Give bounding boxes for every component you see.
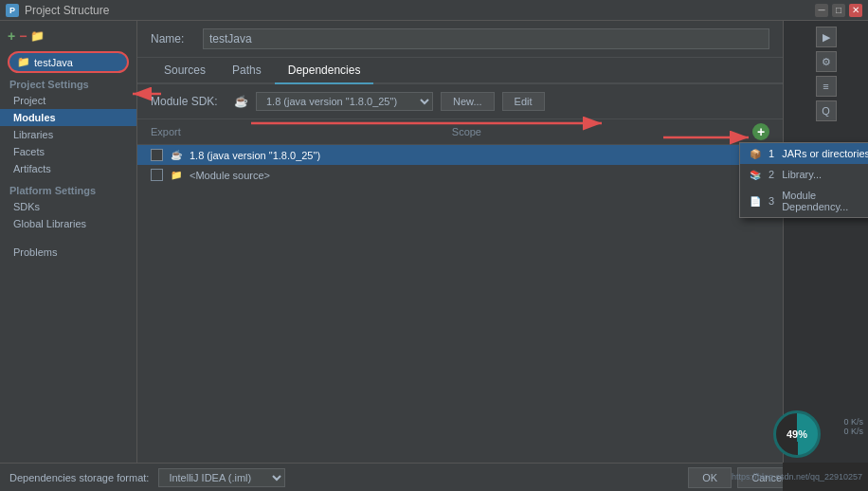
popup-jars-label: 1 [769,148,774,159]
sidebar-item-modules[interactable]: Modules [0,109,136,126]
sidebar: + − 📁 📁 testJava Project Settings Projec… [0,21,137,463]
maximize-button[interactable]: □ [832,4,845,17]
storage-format-label: Dependencies storage format: [9,472,149,483]
popup-library-label: Library... [782,169,822,180]
platform-settings-label: Platform Settings [0,181,136,198]
artifacts-label: Artifacts [13,163,51,174]
global-libraries-label: Global Libraries [13,218,86,229]
tab-dependencies[interactable]: Dependencies [275,58,374,84]
add-dependency-button[interactable]: + [752,123,769,140]
dep-row-jdk[interactable]: ☕ 1.8 (java version "1.8.0_25") [137,145,783,165]
popup-jars-text: JARs or directories... [782,148,868,159]
app-icon: P [6,4,19,17]
testjava-label: testJava [34,57,73,68]
sdk-icon: ☕ [234,95,248,108]
popup-module-dep-num: 3 [769,195,774,207]
net-up: 0 K/s [843,427,863,436]
bottom-left: Dependencies storage format: IntelliJ ID… [9,468,285,487]
testjava-folder-icon: 📁 [17,56,30,68]
status-url: https://blog.csdn.net/qq_22910257 [732,472,862,482]
right-panel-inner: ▶ ⚙ ≡ Q [784,21,868,463]
popup-item-module-dep[interactable]: 📄 3 Module Dependency... [740,185,868,217]
tab-paths[interactable]: Paths [219,58,275,84]
sdk-label: Module SDK: [151,95,226,108]
window-controls: ─ □ ✕ [815,4,862,17]
popup-item-jars[interactable]: 📦 1 JARs or directories... [740,143,868,164]
ok-button[interactable]: OK [688,467,732,488]
dep-checkbox-module[interactable] [151,169,163,181]
rp-btn-3[interactable]: ≡ [816,76,837,97]
net-down: 0 K/s [843,417,863,427]
close-button[interactable]: ✕ [849,4,862,17]
edit-sdk-button[interactable]: Edit [502,92,545,111]
title-bar: P Project Structure ─ □ ✕ [0,0,868,21]
sidebar-item-libraries[interactable]: Libraries [0,126,136,143]
progress-text: 49% [787,428,807,440]
net-status: 0 K/s 0 K/s [843,417,863,436]
popup-item-library[interactable]: 📚 2 Library... [740,164,868,185]
testjava-item[interactable]: 📁 testJava [8,51,129,73]
sidebar-item-global-libraries[interactable]: Global Libraries [0,215,136,232]
dep-table-header: Export Scope + [137,119,783,145]
name-row: Name: [137,21,783,58]
main-container: + − 📁 📁 testJava Project Settings Projec… [0,21,868,463]
minimize-button[interactable]: ─ [815,4,828,17]
module-dep-icon: 📄 [750,196,761,207]
dep-module-name: <Module source> [190,170,705,181]
sidebar-item-facets[interactable]: Facets [0,143,136,160]
library-icon: 📚 [750,170,761,180]
rp-btn-2[interactable]: ⚙ [816,51,837,72]
problems-label: Problems [13,246,57,258]
libraries-label: Libraries [13,129,53,140]
content-area: Name: Sources Paths Dependencies Module … [137,21,783,463]
dep-checkbox-jdk[interactable] [151,149,163,161]
rp-btn-1[interactable]: ▶ [816,27,837,47]
sidebar-item-artifacts[interactable]: Artifacts [0,160,136,177]
dep-row-module-source[interactable]: 📁 <Module source> [137,165,783,185]
sidebar-item-project[interactable]: Project [0,92,136,109]
folder-icon: 📁 [30,29,45,43]
project-label: Project [13,95,45,106]
sdk-row: Module SDK: ☕ 1.8 (java version "1.8.0_2… [137,84,783,119]
new-sdk-button[interactable]: New... [441,92,495,111]
modules-label: Modules [13,112,56,123]
export-col-label: Export [151,126,181,137]
module-source-icon: 📁 [171,170,182,180]
dep-jdk-name: 1.8 (java version "1.8.0_25") [190,150,705,161]
sidebar-item-sdks[interactable]: SDKs [0,198,136,215]
progress-circle: 49% [773,410,821,458]
sidebar-item-problems[interactable]: Problems [0,244,136,261]
remove-module-button[interactable]: − [19,28,27,44]
popup-library-num: 2 [769,169,774,180]
sdk-select[interactable]: 1.8 (java version "1.8.0_25") [256,92,433,111]
bottom-status: https://blog.csdn.net/qq_22910257 [783,463,868,491]
storage-format-select[interactable]: IntelliJ IDEA (.iml) [158,468,285,487]
add-module-button[interactable]: + [8,28,15,44]
tab-sources[interactable]: Sources [151,58,219,84]
window-title: Project Structure [25,4,109,17]
jars-num-icon: 📦 [750,149,761,159]
title-bar-left: P Project Structure [6,4,109,17]
rp-btn-4[interactable]: Q [816,100,837,121]
sdks-label: SDKs [13,201,40,212]
sidebar-toolbar: + − 📁 [0,27,136,49]
name-label: Name: [151,32,193,45]
name-input[interactable] [203,28,769,49]
right-panel: ▶ ⚙ ≡ Q [783,21,868,463]
facets-label: Facets [13,146,45,157]
progress-area: 49% [773,410,821,458]
project-settings-label: Project Settings [0,75,136,92]
scope-col-label: Scope [452,126,481,137]
jdk-icon: ☕ [171,150,182,160]
tabs-row: Sources Paths Dependencies [137,58,783,84]
popup-module-dep-label: Module Dependency... [782,190,868,212]
popup-menu: 📦 1 JARs or directories... 📚 2 Library..… [739,142,868,218]
